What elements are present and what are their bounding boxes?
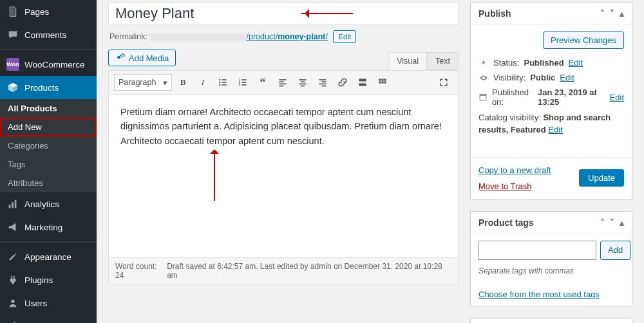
menu-separator: [0, 241, 97, 243]
chevron-up-icon[interactable]: ˄: [600, 217, 605, 228]
sidebar-item-tags[interactable]: Tags: [0, 155, 97, 174]
sidebar-item-all-products[interactable]: All Products: [0, 99, 97, 118]
fullscreen-button[interactable]: [435, 74, 453, 91]
italic-button[interactable]: I: [194, 74, 212, 91]
menu-label: Marketing: [24, 223, 62, 232]
readmore-button[interactable]: [354, 74, 372, 91]
svg-rect-30: [301, 86, 305, 87]
edit-date-link[interactable]: Edit: [610, 93, 624, 102]
collapse-icon[interactable]: ▴: [620, 8, 624, 19]
svg-rect-20: [242, 82, 246, 83]
marketing-icon: [6, 221, 19, 234]
permalink-edit-button[interactable]: Edit: [333, 30, 356, 43]
menu-appearance[interactable]: Appearance: [0, 245, 97, 268]
editor-toolbar: Paragraph▾ B I 123 “: [108, 70, 459, 94]
svg-rect-41: [379, 81, 381, 83]
visibility-value: Public: [530, 73, 555, 82]
permalink-trail[interactable]: /: [325, 32, 327, 41]
add-media-button[interactable]: Add Media: [108, 50, 176, 66]
choose-tags-link[interactable]: Choose from the most used tags: [478, 290, 600, 299]
edit-visibility-link[interactable]: Edit: [560, 73, 574, 82]
svg-rect-23: [279, 79, 286, 80]
svg-point-15: [219, 84, 220, 86]
tags-hint: Separate tags with commas: [478, 266, 624, 275]
svg-rect-38: [379, 78, 381, 80]
menu-label: Plugins: [24, 275, 53, 285]
calendar-icon: [478, 93, 488, 102]
edit-status-link[interactable]: Edit: [569, 58, 583, 68]
product-title-input[interactable]: [108, 2, 459, 25]
menu-pages[interactable]: Pages: [0, 0, 97, 23]
svg-rect-26: [279, 86, 283, 87]
comments-icon: [6, 28, 19, 41]
permalink-path[interactable]: /product/: [247, 32, 278, 41]
copy-draft-link[interactable]: Copy to a new draft: [478, 165, 551, 175]
publish-box: Publish ˄ ˅ ▴ Preview Changes Status: Pu…: [470, 2, 632, 199]
product-tags-box: Product tags ˄ ˅ ▴ Add Separate tags wit…: [470, 211, 632, 306]
annotation-arrow: [301, 11, 359, 16]
menu-comments[interactable]: Comments: [0, 23, 97, 46]
tag-input[interactable]: [478, 241, 596, 260]
bold-button[interactable]: B: [174, 74, 192, 91]
editor-content[interactable]: Pretium diam ornare! Architecto occaecat…: [108, 94, 459, 258]
align-left-button[interactable]: [274, 74, 292, 91]
number-list-button[interactable]: 123: [234, 74, 252, 91]
menu-label: WooCommerce: [24, 60, 85, 69]
svg-rect-43: [384, 81, 386, 83]
sidebar-item-add-new[interactable]: Add New: [0, 118, 97, 136]
svg-point-3: [11, 300, 14, 303]
menu-woocommerce[interactable]: Woo WooCommerce: [0, 53, 97, 76]
tab-text[interactable]: Text: [427, 52, 459, 70]
woocommerce-icon: Woo: [6, 58, 19, 71]
svg-rect-18: [242, 79, 246, 80]
menu-label: Users: [24, 299, 47, 308]
menu-label: Comments: [24, 30, 66, 40]
svg-rect-1: [12, 202, 14, 208]
svg-rect-29: [299, 84, 306, 85]
add-tag-button[interactable]: Add: [600, 241, 630, 260]
appearance-icon: [6, 250, 19, 263]
update-button[interactable]: Update: [579, 169, 624, 187]
paragraph-select[interactable]: Paragraph▾: [114, 74, 172, 91]
sidebar-item-attributes[interactable]: Attributes: [0, 174, 97, 192]
svg-rect-34: [321, 86, 326, 87]
align-center-button[interactable]: [294, 74, 312, 91]
tab-visual[interactable]: Visual: [388, 52, 427, 70]
sidebar-item-categories[interactable]: Categories: [0, 136, 97, 155]
chevron-down-icon[interactable]: ˅: [610, 217, 614, 228]
move-trash-link[interactable]: Move to Trash: [478, 181, 531, 191]
svg-rect-31: [319, 79, 326, 80]
menu-products[interactable]: Products: [0, 76, 97, 99]
bullet-list-button[interactable]: [214, 74, 232, 91]
chevron-up-icon[interactable]: ˄: [600, 8, 605, 19]
annotation-arrow: [212, 146, 217, 201]
menu-analytics[interactable]: Analytics: [0, 192, 97, 216]
menu-marketing[interactable]: Marketing: [0, 216, 97, 239]
plugins-icon: [6, 273, 19, 286]
permalink-slug[interactable]: money-plant: [278, 32, 325, 41]
add-media-label: Add Media: [129, 53, 169, 63]
preview-changes-button[interactable]: Preview Changes: [543, 32, 624, 49]
menu-plugins[interactable]: Plugins: [0, 268, 97, 291]
svg-rect-45: [480, 95, 486, 96]
product-categories-box: Product categories ˄ ˅ ▴: [470, 318, 632, 323]
align-right-button[interactable]: [314, 74, 332, 91]
menu-users[interactable]: Users: [0, 291, 97, 315]
menu-label: Pages: [24, 7, 49, 17]
svg-rect-27: [299, 79, 306, 80]
quote-button[interactable]: “: [254, 74, 272, 91]
status-value: Published: [524, 58, 564, 68]
link-button[interactable]: [334, 74, 352, 91]
svg-rect-28: [301, 81, 305, 82]
products-icon: [6, 81, 19, 94]
edit-catalog-link[interactable]: Edit: [548, 125, 562, 134]
chevron-down-icon[interactable]: ˅: [610, 8, 614, 19]
toolbar-toggle-button[interactable]: [374, 74, 392, 91]
menu-tools[interactable]: Tools: [0, 315, 97, 323]
svg-rect-32: [321, 81, 326, 82]
svg-rect-36: [359, 82, 366, 82]
collapse-icon[interactable]: ▴: [620, 217, 624, 228]
word-count: Word count: 24: [115, 262, 167, 280]
body-text: Pretium diam ornare! Architecto occaecat…: [120, 107, 442, 146]
menu-label: Appearance: [24, 252, 71, 262]
